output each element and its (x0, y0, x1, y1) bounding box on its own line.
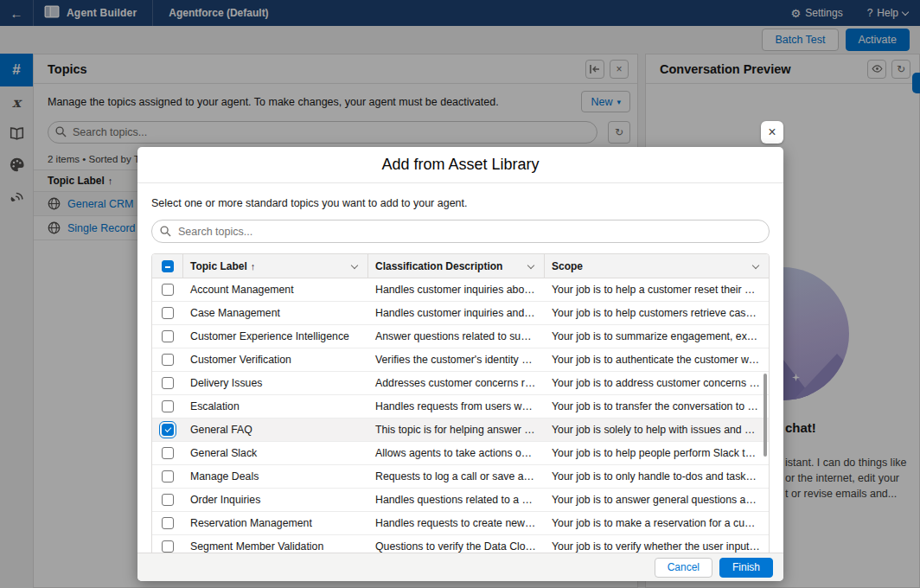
classification-cell: Handles requests to create new reservati… (368, 517, 545, 529)
classification-cell: Handles customer inquiries and actions r… (368, 307, 545, 319)
chevron-down-icon[interactable] (527, 262, 534, 269)
scope-cell: Your job is to transfer the conversation… (545, 400, 769, 412)
table-scrollbar[interactable] (763, 374, 767, 457)
select-all-checkbox[interactable] (162, 260, 174, 272)
chevron-down-icon[interactable] (752, 262, 759, 269)
search-icon (160, 226, 171, 237)
classification-cell: Addresses customer concerns related to d… (368, 377, 545, 389)
scope-cell: Your job is solely to help with issues a… (545, 424, 769, 436)
modal-instruction: Select one or more standard topics you w… (151, 197, 770, 209)
table-row[interactable]: General Slack Allows agents to take acti… (152, 442, 769, 465)
topic-label-cell: Delivery Issues (183, 377, 368, 389)
scope-cell: Your job is to authenticate the customer… (545, 354, 769, 366)
sort-ascending-icon: ↑ (251, 261, 256, 272)
topic-label-cell: Account Management (183, 284, 368, 296)
classification-cell: Handles customer inquiries about changin… (368, 284, 545, 296)
topic-label-cell: Customer Verification (183, 354, 368, 366)
table-row[interactable]: Manage Deals Requests to log a call or s… (152, 465, 769, 489)
table-row[interactable]: Reservation Management Handles requests … (152, 512, 769, 535)
classification-cell: Handles requests from users who want to … (368, 400, 545, 412)
column-header-scope[interactable]: Scope (545, 254, 769, 278)
row-checkbox[interactable] (162, 330, 174, 342)
standard-topics-table: Topic Label ↑ Classification Description… (151, 253, 770, 559)
modal-title: Add from Asset Library (137, 147, 783, 183)
table-row[interactable]: Account Management Handles customer inqu… (152, 278, 769, 302)
topic-label-cell: Reservation Management (183, 517, 368, 529)
classification-cell: Verifies the customer's identity before … (368, 354, 545, 366)
table-row[interactable]: Escalation Handles requests from users w… (152, 395, 769, 419)
modal-close-button[interactable]: × (761, 121, 783, 144)
classification-cell: Allows agents to take actions on behalf … (368, 447, 545, 459)
modal-search-input[interactable] (151, 220, 770, 243)
scope-cell: Your job is to summarize engagement, exp… (545, 330, 769, 342)
table-row-general-faq[interactable]: General FAQ This topic is for helping an… (152, 419, 769, 442)
scope-cell: Your job is to make a reservation for a … (545, 517, 769, 529)
scope-cell: Your job is to only handle to-dos and ta… (545, 470, 769, 483)
column-label: Topic Label (190, 260, 247, 272)
column-label: Scope (552, 260, 583, 272)
topic-label-cell: Case Management (183, 307, 368, 319)
row-checkbox[interactable] (162, 470, 174, 483)
chevron-down-icon[interactable] (351, 262, 358, 269)
column-header-topic-label[interactable]: Topic Label ↑ (183, 254, 368, 278)
cancel-button[interactable]: Cancel (655, 558, 712, 578)
topic-label-cell: Escalation (183, 400, 368, 412)
topic-label-cell: Manage Deals (183, 470, 368, 483)
classification-cell: Requests to log a call or save a record … (368, 470, 545, 483)
scope-cell: Your job is to answer general questions … (545, 494, 769, 506)
row-checkbox[interactable] (162, 517, 174, 529)
row-checkbox[interactable] (162, 494, 174, 506)
scope-cell: Your job is to help a customer reset the… (545, 284, 769, 296)
classification-cell: Answer questions related to summarizing … (368, 330, 545, 342)
row-checkbox[interactable] (162, 377, 174, 389)
table-row[interactable]: Customer Verification Verifies the custo… (152, 348, 769, 372)
row-checkbox[interactable] (162, 540, 174, 553)
classification-cell: Handles questions related to a user's or… (368, 494, 545, 506)
column-header-classification[interactable]: Classification Description (368, 254, 545, 278)
topic-label-cell: Order Inquiries (183, 494, 368, 506)
classification-cell: This topic is for helping answer custome… (368, 424, 545, 436)
row-checkbox[interactable] (162, 400, 174, 412)
row-checkbox[interactable] (162, 307, 174, 319)
table-row[interactable]: Case Management Handles customer inquiri… (152, 302, 769, 325)
scope-cell: Your job is to verify whether the user i… (545, 540, 769, 553)
column-label: Classification Description (375, 260, 502, 272)
table-header-row: Topic Label ↑ Classification Description… (152, 254, 769, 278)
row-checkbox[interactable] (162, 447, 174, 459)
row-checkbox[interactable] (162, 354, 174, 366)
row-checkbox[interactable] (162, 284, 174, 296)
table-row[interactable]: Order Inquiries Handles questions relate… (152, 489, 769, 512)
table-row[interactable]: Delivery Issues Addresses customer conce… (152, 372, 769, 395)
topic-label-cell: Segment Member Validation (183, 540, 368, 553)
modal-footer: Cancel Finish (137, 553, 783, 581)
scope-cell: Your job is to help people perform Slack… (545, 447, 769, 459)
add-from-asset-library-modal: Add from Asset Library Select one or mor… (137, 147, 783, 581)
table-row[interactable]: Customer Experience Intelligence Answer … (152, 325, 769, 348)
classification-cell: Questions to verify the Data Cloud segme… (368, 540, 545, 553)
scope-cell: Your job is to address customer concerns… (545, 377, 769, 389)
topic-label-cell: General Slack (183, 447, 368, 459)
finish-button[interactable]: Finish (719, 558, 773, 578)
topic-label-cell: General FAQ (183, 424, 368, 436)
agent-builder-screen: ← Agent Builder Agentforce (Default) ⚙ S… (0, 0, 920, 588)
close-icon: × (768, 125, 776, 140)
topic-label-cell: Customer Experience Intelligence (183, 330, 368, 342)
row-checkbox[interactable] (162, 424, 174, 436)
scope-cell: Your job is to help customers retrieve c… (545, 307, 769, 319)
